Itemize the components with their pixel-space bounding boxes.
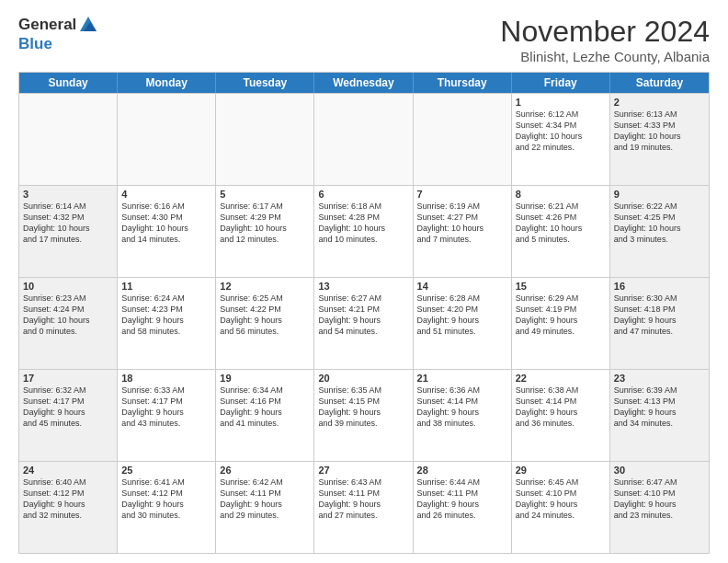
day-info: Sunrise: 6:45 AMSunset: 4:10 PMDaylight:… — [516, 477, 606, 522]
logo-general: General — [18, 16, 76, 34]
calendar-cell — [19, 94, 118, 185]
day-info: Sunrise: 6:19 AMSunset: 4:27 PMDaylight:… — [417, 201, 507, 246]
day-number: 27 — [318, 465, 408, 476]
day-number: 28 — [417, 465, 507, 476]
logo: General Blue — [18, 15, 98, 53]
header-friday: Friday — [512, 73, 610, 93]
calendar-cell: 26Sunrise: 6:42 AMSunset: 4:11 PMDayligh… — [216, 462, 314, 553]
calendar-cell: 7Sunrise: 6:19 AMSunset: 4:27 PMDaylight… — [414, 186, 512, 277]
calendar-week-5: 24Sunrise: 6:40 AMSunset: 4:12 PMDayligh… — [19, 461, 709, 553]
title-block: November 2024 Blinisht, Lezhe County, Al… — [500, 15, 710, 64]
day-number: 21 — [417, 373, 507, 384]
header-tuesday: Tuesday — [216, 73, 314, 93]
month-title: November 2024 — [500, 15, 710, 49]
calendar-cell: 30Sunrise: 6:47 AMSunset: 4:10 PMDayligh… — [610, 462, 709, 553]
calendar-cell: 21Sunrise: 6:36 AMSunset: 4:14 PMDayligh… — [414, 370, 512, 461]
calendar-cell: 8Sunrise: 6:21 AMSunset: 4:26 PMDaylight… — [512, 186, 610, 277]
day-number: 16 — [614, 281, 705, 292]
day-info: Sunrise: 6:44 AMSunset: 4:11 PMDaylight:… — [417, 477, 507, 522]
day-number: 30 — [614, 465, 705, 476]
day-info: Sunrise: 6:24 AMSunset: 4:23 PMDaylight:… — [121, 293, 211, 338]
calendar-cell: 25Sunrise: 6:41 AMSunset: 4:12 PMDayligh… — [118, 462, 216, 553]
day-number: 7 — [417, 189, 507, 200]
day-number: 14 — [417, 281, 507, 292]
day-number: 25 — [121, 465, 211, 476]
calendar-cell — [118, 94, 216, 185]
calendar-cell: 6Sunrise: 6:18 AMSunset: 4:28 PMDaylight… — [314, 186, 413, 277]
calendar-header: Sunday Monday Tuesday Wednesday Thursday… — [19, 73, 709, 93]
logo-icon — [78, 15, 98, 35]
calendar-cell: 17Sunrise: 6:32 AMSunset: 4:17 PMDayligh… — [19, 370, 118, 461]
day-info: Sunrise: 6:38 AMSunset: 4:14 PMDaylight:… — [516, 385, 606, 430]
header-sunday: Sunday — [19, 73, 118, 93]
day-info: Sunrise: 6:33 AMSunset: 4:17 PMDaylight:… — [121, 385, 211, 430]
logo-blue: Blue — [18, 35, 52, 53]
day-info: Sunrise: 6:28 AMSunset: 4:20 PMDaylight:… — [417, 293, 507, 338]
day-info: Sunrise: 6:25 AMSunset: 4:22 PMDaylight:… — [220, 293, 310, 338]
calendar-cell: 11Sunrise: 6:24 AMSunset: 4:23 PMDayligh… — [118, 278, 216, 369]
day-info: Sunrise: 6:35 AMSunset: 4:15 PMDaylight:… — [318, 385, 408, 430]
day-number: 10 — [23, 281, 113, 292]
day-number: 11 — [121, 281, 211, 292]
day-info: Sunrise: 6:30 AMSunset: 4:18 PMDaylight:… — [614, 293, 705, 338]
calendar-cell: 10Sunrise: 6:23 AMSunset: 4:24 PMDayligh… — [19, 278, 118, 369]
calendar-body: 1Sunrise: 6:12 AMSunset: 4:34 PMDaylight… — [19, 93, 709, 553]
day-info: Sunrise: 6:22 AMSunset: 4:25 PMDaylight:… — [614, 201, 705, 246]
calendar-cell: 29Sunrise: 6:45 AMSunset: 4:10 PMDayligh… — [512, 462, 610, 553]
day-info: Sunrise: 6:43 AMSunset: 4:11 PMDaylight:… — [318, 477, 408, 522]
calendar-cell: 27Sunrise: 6:43 AMSunset: 4:11 PMDayligh… — [314, 462, 413, 553]
calendar-cell: 19Sunrise: 6:34 AMSunset: 4:16 PMDayligh… — [216, 370, 314, 461]
day-info: Sunrise: 6:27 AMSunset: 4:21 PMDaylight:… — [318, 293, 408, 338]
day-info: Sunrise: 6:12 AMSunset: 4:34 PMDaylight:… — [516, 109, 606, 154]
day-info: Sunrise: 6:16 AMSunset: 4:30 PMDaylight:… — [121, 201, 211, 246]
calendar-cell — [414, 94, 512, 185]
day-number: 1 — [516, 97, 606, 108]
day-number: 12 — [220, 281, 310, 292]
day-info: Sunrise: 6:34 AMSunset: 4:16 PMDaylight:… — [220, 385, 310, 430]
day-info: Sunrise: 6:17 AMSunset: 4:29 PMDaylight:… — [220, 201, 310, 246]
location-subtitle: Blinisht, Lezhe County, Albania — [500, 49, 710, 64]
day-number: 6 — [318, 189, 408, 200]
calendar-cell: 22Sunrise: 6:38 AMSunset: 4:14 PMDayligh… — [512, 370, 610, 461]
day-info: Sunrise: 6:18 AMSunset: 4:28 PMDaylight:… — [318, 201, 408, 246]
header-saturday: Saturday — [610, 73, 709, 93]
day-number: 8 — [516, 189, 606, 200]
day-number: 18 — [121, 373, 211, 384]
day-number: 2 — [614, 97, 705, 108]
day-number: 4 — [121, 189, 211, 200]
calendar-week-4: 17Sunrise: 6:32 AMSunset: 4:17 PMDayligh… — [19, 369, 709, 461]
calendar-cell: 28Sunrise: 6:44 AMSunset: 4:11 PMDayligh… — [414, 462, 512, 553]
day-number: 17 — [23, 373, 113, 384]
calendar-week-2: 3Sunrise: 6:14 AMSunset: 4:32 PMDaylight… — [19, 185, 709, 277]
calendar-cell: 2Sunrise: 6:13 AMSunset: 4:33 PMDaylight… — [610, 94, 709, 185]
day-info: Sunrise: 6:42 AMSunset: 4:11 PMDaylight:… — [220, 477, 310, 522]
calendar-cell: 13Sunrise: 6:27 AMSunset: 4:21 PMDayligh… — [314, 278, 413, 369]
page: General Blue November 2024 Blinisht, Lez… — [0, 0, 728, 563]
calendar-week-3: 10Sunrise: 6:23 AMSunset: 4:24 PMDayligh… — [19, 277, 709, 369]
day-info: Sunrise: 6:23 AMSunset: 4:24 PMDaylight:… — [23, 293, 113, 338]
day-info: Sunrise: 6:41 AMSunset: 4:12 PMDaylight:… — [121, 477, 211, 522]
day-info: Sunrise: 6:21 AMSunset: 4:26 PMDaylight:… — [516, 201, 606, 246]
day-info: Sunrise: 6:13 AMSunset: 4:33 PMDaylight:… — [614, 109, 705, 154]
day-number: 24 — [23, 465, 113, 476]
calendar-cell — [314, 94, 413, 185]
calendar-cell: 18Sunrise: 6:33 AMSunset: 4:17 PMDayligh… — [118, 370, 216, 461]
day-number: 5 — [220, 189, 310, 200]
calendar-cell: 15Sunrise: 6:29 AMSunset: 4:19 PMDayligh… — [512, 278, 610, 369]
day-info: Sunrise: 6:36 AMSunset: 4:14 PMDaylight:… — [417, 385, 507, 430]
calendar-cell: 9Sunrise: 6:22 AMSunset: 4:25 PMDaylight… — [610, 186, 709, 277]
day-number: 9 — [614, 189, 705, 200]
calendar-cell: 14Sunrise: 6:28 AMSunset: 4:20 PMDayligh… — [414, 278, 512, 369]
calendar-cell: 5Sunrise: 6:17 AMSunset: 4:29 PMDaylight… — [216, 186, 314, 277]
calendar-cell: 12Sunrise: 6:25 AMSunset: 4:22 PMDayligh… — [216, 278, 314, 369]
calendar-cell: 20Sunrise: 6:35 AMSunset: 4:15 PMDayligh… — [314, 370, 413, 461]
header-wednesday: Wednesday — [314, 73, 413, 93]
day-info: Sunrise: 6:39 AMSunset: 4:13 PMDaylight:… — [614, 385, 705, 430]
calendar-cell: 4Sunrise: 6:16 AMSunset: 4:30 PMDaylight… — [118, 186, 216, 277]
day-number: 19 — [220, 373, 310, 384]
day-number: 26 — [220, 465, 310, 476]
calendar-cell — [216, 94, 314, 185]
header-thursday: Thursday — [414, 73, 512, 93]
calendar-cell: 3Sunrise: 6:14 AMSunset: 4:32 PMDaylight… — [19, 186, 118, 277]
day-info: Sunrise: 6:32 AMSunset: 4:17 PMDaylight:… — [23, 385, 113, 430]
